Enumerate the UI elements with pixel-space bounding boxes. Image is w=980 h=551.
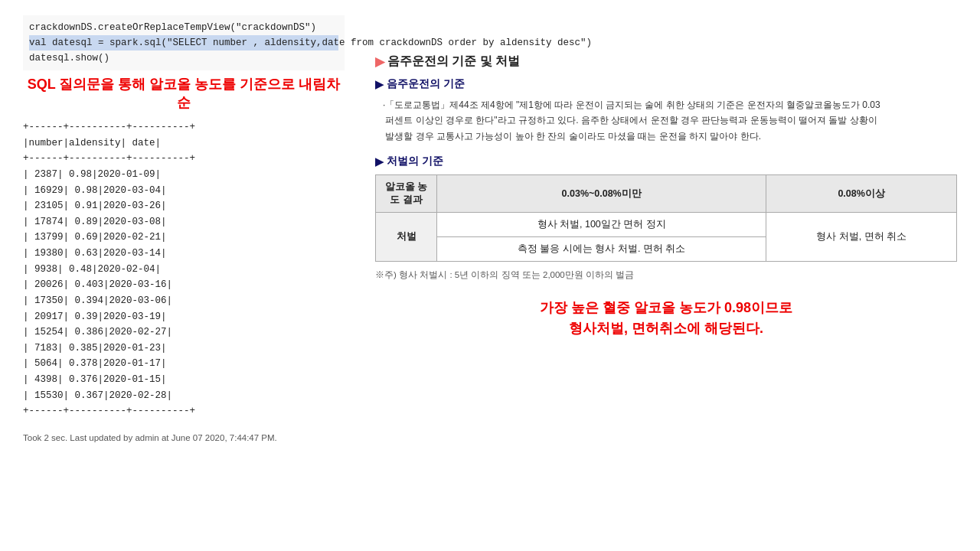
table-row: | 15530| 0.367|2020-02-28| [23, 388, 345, 404]
table-row: | 16929| 0.98|2020-03-04| [23, 183, 345, 199]
table-sep-bottom: +------+----------+----------+ [23, 403, 345, 419]
punishment-table: 알코올 농도 결과 0.03%~0.08%미만 0.08%이상 처벌 형사 처벌… [375, 174, 957, 262]
punishment-title: ▶ 처벌의 기준 [375, 155, 957, 168]
criteria-title-text: 음주운전의 기준 [387, 77, 465, 91]
table-row: | 13799| 0.69|2020-02-21| [23, 230, 345, 246]
table-row: | 17350| 0.394|2020-03-06| [23, 293, 345, 309]
table-col1-header: 알코올 농도 결과 [376, 175, 437, 213]
punishment-col3: 형사 처벌, 면허 취소 [766, 213, 957, 262]
right-panel: ▶ 음주운전의 기준 및 처벌 ▶ 음주운전의 기준 ·「도로교통법」제44조 … [352, 15, 957, 536]
main-title-text: 음주운전의 기준 및 처벌 [387, 54, 520, 70]
sql-title: SQL 질의문을 통해 알코올 농도를 기준으로 내림차순 [23, 75, 345, 112]
footer-note: Took 2 sec. Last updated by admin at Jun… [23, 433, 345, 442]
code-line-1: crackdownDS.createOrReplaceTempView("cra… [29, 22, 316, 33]
code-line-3: datesql.show() [29, 53, 109, 64]
main-section-title: ▶ 음주운전의 기준 및 처벌 [375, 54, 957, 70]
punishment-title-text: 처벌의 기준 [387, 155, 443, 168]
table-row: | 2387| 0.98|2020-01-09| [23, 167, 345, 183]
criteria-title: ▶ 음주운전의 기준 [375, 77, 957, 91]
table-row: | 19380| 0.63|2020-03-14| [23, 246, 345, 262]
table-row: | 9938| 0.48|2020-02-04| [23, 262, 345, 278]
data-table: +------+----------+----------+ |number|a… [23, 119, 345, 419]
table-sep-mid: +------+----------+----------+ [23, 151, 345, 167]
table-row: | 7183| 0.385|2020-01-23| [23, 341, 345, 357]
punishment-col2-line1: 형사 처벌, 100일간 면허 정지 [437, 213, 766, 237]
punishment-col2-line2: 측정 불응 시에는 형사 처벌. 면허 취소 [437, 237, 766, 262]
table-row: | 15254| 0.386|2020-02-27| [23, 324, 345, 341]
punishment-label: 처벌 [376, 213, 437, 262]
table-row: | 20026| 0.403|2020-03-16| [23, 277, 345, 293]
table-col2-header: 0.03%~0.08%미만 [437, 175, 766, 213]
punishment-arrow: ▶ [375, 155, 384, 168]
table-note: ※주) 형사 처벌시 : 5년 이하의 징역 또는 2,000만원 이하의 벌금 [375, 269, 957, 281]
table-header: |number|aldensity| date| [23, 135, 345, 152]
left-panel: crackdownDS.createOrReplaceTempView("cra… [23, 15, 352, 536]
table-sep-top: +------+----------+----------+ [23, 119, 345, 135]
conclusion: 가장 높은 혈중 알코올 농도가 0.98이므로형사처벌, 면허취소에 해당된다… [375, 298, 957, 339]
code-block: crackdownDS.createOrReplaceTempView("cra… [23, 15, 345, 70]
table-row: | 20917| 0.39|2020-03-19| [23, 309, 345, 325]
table-col3-header: 0.08%이상 [766, 175, 957, 213]
table-row: | 23105| 0.91|2020-03-26| [23, 198, 345, 214]
code-line-2: val datesql = spark.sql("SELECT number ,… [29, 35, 338, 51]
criteria-arrow: ▶ [375, 78, 384, 90]
table-row: | 4398| 0.376|2020-01-15| [23, 372, 345, 388]
criteria-description: ·「도로교통법」제44조 제4항에 "제1항에 따라 운전이 금지되는 술에 취… [383, 97, 957, 144]
table-row: | 17874| 0.89|2020-03-08| [23, 214, 345, 230]
main-title-arrow: ▶ [375, 54, 384, 69]
table-row: | 5064| 0.378|2020-01-17| [23, 356, 345, 372]
